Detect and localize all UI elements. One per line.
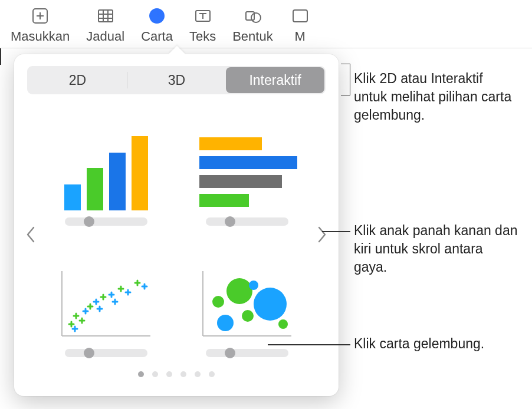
text-box-icon	[192, 5, 214, 27]
page-dot-6[interactable]	[209, 371, 215, 377]
chart-thumbnail-grid	[27, 105, 326, 364]
page-dot-5[interactable]	[195, 371, 201, 377]
column-chart-thumb	[56, 134, 156, 210]
toolbar-label: Jadual	[86, 29, 124, 44]
chart-option-scatter[interactable]	[46, 243, 166, 357]
media-icon	[290, 5, 311, 27]
chevron-right-icon	[317, 225, 327, 244]
shape-icon	[242, 5, 263, 27]
toolbar-table-button[interactable]: Jadual	[86, 5, 124, 44]
interactive-slider-icon	[65, 349, 147, 357]
pie-chart-icon	[146, 5, 168, 27]
svg-point-53	[226, 278, 252, 304]
toolbar-chart-button[interactable]: Carta	[141, 5, 173, 44]
callout-arrows-hint: Klik anak panah kanan dan kiri untuk skr…	[354, 222, 519, 276]
svg-rect-3	[98, 10, 113, 22]
interactive-slider-icon	[206, 217, 288, 226]
callout-leader	[268, 344, 350, 345]
toolbar-label: M	[295, 29, 306, 44]
svg-rect-14	[246, 12, 254, 20]
toolbar-insert-button[interactable]: Masukkan	[11, 5, 70, 44]
svg-point-56	[254, 288, 287, 321]
page-dot-4[interactable]	[180, 371, 186, 377]
page-dot-1[interactable]	[138, 371, 144, 377]
table-icon	[95, 5, 116, 27]
prev-style-arrow[interactable]	[22, 220, 39, 249]
svg-point-55	[249, 281, 258, 290]
page-dots	[27, 371, 326, 377]
callout-bubble-hint: Klik carta gelembung.	[354, 335, 519, 353]
callout-bracket	[341, 64, 350, 95]
chevron-left-icon	[25, 225, 36, 244]
bar-chart-thumb	[197, 134, 297, 210]
toolbar-media-button[interactable]: M	[290, 5, 311, 44]
tab-interactive[interactable]: Interaktif	[226, 67, 324, 93]
toolbar-text-button[interactable]: Teks	[189, 5, 216, 44]
chart-dimension-tabs: 2D 3D Interaktif	[27, 66, 326, 94]
scatter-chart-thumb	[56, 265, 156, 342]
svg-point-15	[251, 13, 261, 22]
svg-point-51	[212, 296, 224, 308]
callout-leader	[0, 48, 1, 65]
toolbar: Masukkan Jadual Carta Teks	[0, 0, 532, 48]
toolbar-label: Teks	[189, 29, 216, 44]
page-dot-3[interactable]	[166, 371, 172, 377]
next-style-arrow[interactable]	[314, 220, 330, 249]
callout-tabs-hint: Klik 2D atau Interaktif untuk melihat pi…	[354, 70, 519, 124]
page-dot-2[interactable]	[152, 371, 158, 377]
chart-option-bubble[interactable]	[187, 243, 307, 357]
toolbar-label: Carta	[141, 29, 173, 44]
tab-2d[interactable]: 2D	[28, 67, 127, 93]
svg-point-54	[242, 310, 254, 322]
tab-3d[interactable]: 3D	[127, 67, 226, 93]
interactive-slider-icon	[65, 217, 147, 226]
chart-option-bar[interactable]	[187, 112, 307, 226]
toolbar-shape-button[interactable]: Bentuk	[232, 5, 273, 44]
chart-option-column[interactable]	[46, 112, 166, 226]
svg-point-52	[217, 315, 234, 331]
callout-leader	[322, 231, 350, 232]
toolbar-label: Masukkan	[11, 29, 70, 44]
bubble-chart-thumb	[197, 265, 297, 342]
toolbar-label: Bentuk	[232, 29, 273, 44]
interactive-slider-icon	[206, 349, 288, 357]
chart-style-carousel	[27, 105, 326, 364]
plus-square-icon	[29, 5, 51, 27]
svg-rect-16	[293, 10, 307, 22]
svg-point-57	[278, 319, 288, 329]
